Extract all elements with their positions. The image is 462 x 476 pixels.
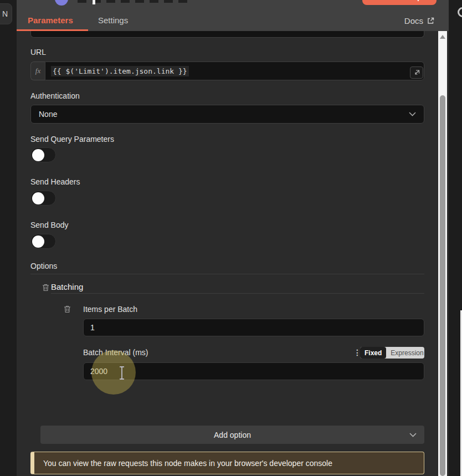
execute-step-label: Execute step — [377, 0, 422, 1]
batch-interval-value: 2000 — [90, 367, 107, 376]
node-details-panel: Execute step Parameters Settings Docs UR… — [17, 0, 449, 476]
node-icon — [55, 0, 68, 6]
batch-interval-label: Batch Interval (ms) — [83, 348, 148, 357]
chevron-down-icon — [409, 433, 417, 437]
scrollbar[interactable] — [438, 31, 447, 476]
workflow-canvas-background: N Execute step Parameters Settings Docs — [0, 0, 462, 476]
toggle-knob — [32, 149, 44, 161]
url-field-row: fx {{ $('Limit').item.json.link }} — [30, 62, 424, 80]
send-body-label: Send Body — [30, 221, 69, 229]
panel-header: Execute step Parameters Settings Docs — [17, 0, 449, 31]
add-option-button[interactable]: Add option — [40, 426, 424, 444]
expression-fx-badge: fx — [30, 62, 45, 80]
batching-divider — [51, 293, 424, 294]
options-label: Options — [30, 262, 57, 270]
mode-expression-button[interactable]: Expression — [386, 349, 428, 357]
parameters-form: URL fx {{ $('Limit').item.json.link }} A… — [17, 31, 449, 476]
url-input[interactable]: {{ $('Limit').item.json.link }} — [45, 62, 424, 80]
chevron-down-icon — [409, 112, 416, 116]
delete-batching-button[interactable] — [42, 284, 49, 292]
send-headers-label: Send Headers — [30, 177, 80, 186]
add-option-label: Add option — [214, 431, 251, 439]
tab-parameters[interactable]: Parameters — [28, 16, 73, 25]
scrollbar-thumb[interactable] — [440, 95, 445, 476]
canvas-partial-circle — [458, 7, 462, 17]
authentication-select[interactable]: None — [30, 105, 424, 124]
authentication-label: Authentication — [30, 91, 80, 100]
tab-settings[interactable]: Settings — [98, 16, 128, 25]
method-field-partial[interactable] — [30, 31, 424, 38]
options-divider — [30, 274, 424, 274]
batching-group-label: Batching — [51, 282, 83, 291]
url-expression-value: {{ $('Limit').item.json.link }} — [51, 66, 189, 76]
notice-text: You can view the raw requests this node … — [43, 459, 332, 468]
toggle-knob — [32, 192, 44, 204]
execute-step-button[interactable]: Execute step — [362, 0, 437, 5]
send-headers-toggle[interactable] — [30, 191, 56, 206]
canvas-partial-node-label: N — [2, 9, 8, 18]
open-expression-editor-button[interactable] — [410, 66, 423, 79]
parameter-options-menu-icon[interactable]: ⋮ — [350, 347, 359, 357]
items-per-batch-label: Items per Batch — [83, 305, 137, 314]
expand-editor-icon — [414, 70, 420, 76]
scrollbar-up-arrow-icon[interactable] — [440, 35, 445, 39]
canvas-partial-node[interactable]: N — [0, 3, 12, 24]
trash-icon — [42, 284, 49, 291]
send-body-toggle[interactable] — [30, 234, 56, 249]
items-per-batch-input[interactable]: 1 — [83, 319, 424, 336]
mode-fixed-button[interactable]: Fixed — [360, 347, 386, 359]
text-cursor — [93, 0, 95, 4]
developer-console-notice: You can view the raw requests this node … — [30, 452, 424, 474]
batch-interval-input[interactable]: 2000 — [83, 362, 424, 380]
docs-label: Docs — [404, 16, 423, 25]
value-mode-segmented-control: Fixed Expression — [360, 347, 424, 359]
trash-icon — [64, 305, 71, 313]
toggle-knob — [32, 236, 44, 248]
external-link-icon — [427, 17, 434, 24]
delete-items-per-batch-button[interactable] — [63, 305, 71, 314]
authentication-value: None — [39, 110, 57, 119]
send-query-toggle[interactable] — [30, 147, 56, 162]
send-query-label: Send Query Parameters — [30, 135, 114, 144]
docs-link[interactable]: Docs — [401, 16, 438, 26]
items-per-batch-value: 1 — [90, 323, 95, 332]
url-label: URL — [30, 48, 46, 57]
